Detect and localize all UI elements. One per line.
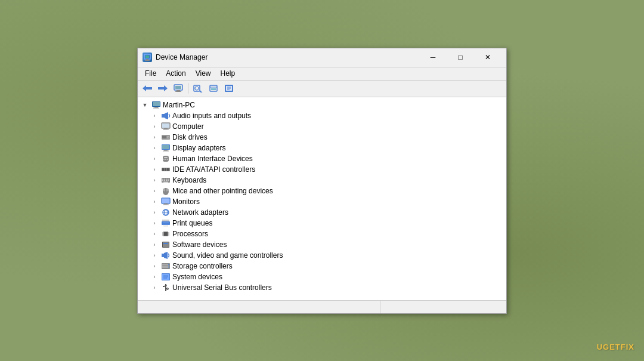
list-item[interactable]: › Audio inputs and outputs (138, 110, 506, 121)
status-left (138, 301, 380, 313)
list-item[interactable]: › Mice and other pointing devices (138, 186, 506, 196)
toolbar-update-button[interactable] (206, 82, 221, 95)
svg-rect-2 (146, 59, 148, 60)
menu-view[interactable]: View (191, 68, 216, 79)
watermark-highlight: UG (597, 343, 610, 351)
list-item[interactable]: › IDE ATA/ATAPI controllers (138, 164, 506, 175)
close-button[interactable]: ✕ (474, 48, 501, 67)
svg-rect-3 (145, 60, 150, 61)
expand-icon: › (150, 175, 159, 185)
list-item[interactable]: › Print queues (138, 218, 506, 229)
expand-icon: › (150, 186, 159, 196)
item-label: Processors (172, 230, 208, 238)
tree-root[interactable]: ▼ Martin-PC (138, 100, 506, 110)
item-label: Network adapters (172, 208, 228, 217)
svg-rect-57 (168, 180, 169, 181)
svg-point-34 (168, 137, 169, 138)
svg-rect-73 (163, 223, 169, 223)
maximize-button[interactable]: □ (447, 48, 474, 67)
svg-rect-25 (153, 107, 159, 108)
list-item[interactable]: › System devices (138, 271, 506, 282)
toolbar-forward-button[interactable] (156, 82, 170, 95)
computer-icon (151, 100, 161, 110)
svg-marker-27 (165, 112, 168, 119)
list-item[interactable]: › Disk drives (138, 132, 506, 143)
svg-rect-39 (163, 150, 169, 151)
svg-rect-35 (162, 136, 166, 138)
device-tree[interactable]: ▼ Martin-PC › Audio input (138, 97, 506, 300)
menu-file[interactable]: File (140, 68, 161, 79)
expand-icon: › (150, 132, 159, 142)
list-item[interactable]: › Software devices (138, 239, 506, 250)
svg-point-42 (163, 159, 165, 160)
svg-rect-56 (166, 180, 167, 181)
toolbar-back-button[interactable] (140, 82, 154, 95)
item-label: Monitors (172, 198, 200, 206)
item-label: Print queues (172, 219, 212, 227)
list-item[interactable]: › Monitors (138, 196, 506, 207)
svg-rect-86 (163, 243, 168, 244)
toolbar-separator (188, 83, 188, 94)
toolbar (138, 81, 506, 97)
item-label: Sound, video and game controllers (172, 251, 283, 260)
window-controls: ─ □ ✕ (419, 48, 501, 67)
expand-icon: › (150, 143, 159, 153)
root-label: Martin-PC (163, 101, 195, 109)
list-item[interactable]: › Processors (138, 229, 506, 239)
item-label: IDE ATA/ATAPI controllers (172, 165, 255, 174)
list-item[interactable]: › Sound, video and game controllers (138, 250, 506, 261)
minimize-button[interactable]: ─ (419, 48, 447, 67)
menu-action[interactable]: Action (161, 68, 190, 79)
expand-icon: › (150, 251, 159, 260)
item-label: Computer (172, 122, 204, 131)
list-item[interactable]: › Computer (138, 121, 506, 132)
svg-rect-30 (164, 128, 168, 129)
svg-marker-104 (165, 284, 167, 286)
computer-device-icon (161, 122, 171, 131)
item-label: Display adapters (172, 144, 225, 152)
watermark: UGETFIX (597, 343, 634, 351)
toolbar-properties-button[interactable] (222, 82, 236, 95)
expand-icon: › (150, 261, 159, 271)
list-item[interactable]: › Network adapters (138, 207, 506, 218)
menu-bar: File Action View Help (138, 67, 506, 81)
list-item[interactable]: › Storage controllers (138, 261, 506, 271)
list-item[interactable]: › Display adapters (138, 143, 506, 153)
watermark-yellow: ET (609, 343, 621, 351)
svg-rect-1 (145, 55, 149, 58)
expand-icon: › (150, 229, 159, 239)
toolbar-scan-button[interactable] (191, 82, 205, 95)
window-title: Device Manager (156, 53, 419, 61)
svg-rect-55 (164, 180, 165, 181)
menu-help[interactable]: Help (216, 68, 240, 79)
item-label: Universal Serial Bus controllers (172, 283, 272, 292)
usb-icon (161, 283, 171, 292)
expand-icon: › (150, 240, 159, 249)
svg-rect-87 (162, 254, 164, 257)
svg-rect-29 (162, 124, 169, 128)
svg-rect-64 (164, 203, 168, 205)
item-label: Storage controllers (172, 262, 233, 270)
svg-rect-11 (175, 91, 181, 92)
storage-icon (161, 261, 171, 271)
svg-point-43 (165, 159, 166, 160)
svg-rect-65 (163, 204, 169, 205)
svg-rect-71 (162, 220, 169, 221)
svg-rect-52 (166, 178, 167, 180)
expand-icon: › (150, 208, 159, 217)
svg-rect-31 (163, 129, 169, 129)
list-item[interactable]: › Universal Serial Bus controllers (138, 282, 506, 293)
svg-rect-10 (177, 90, 180, 91)
item-label: Disk drives (172, 133, 208, 141)
toolbar-computer-button[interactable] (171, 82, 185, 95)
svg-rect-77 (164, 232, 168, 236)
item-label: Keyboards (172, 176, 206, 184)
cpu-icon (161, 229, 171, 239)
expand-icon: › (150, 122, 159, 131)
svg-marker-4 (143, 85, 146, 91)
list-item[interactable]: › Human Interface Devices (138, 153, 506, 164)
expand-icon: › (150, 197, 159, 206)
list-item[interactable]: › Keyboards (138, 175, 506, 186)
sound-icon (161, 251, 171, 260)
audio-icon (161, 111, 171, 121)
